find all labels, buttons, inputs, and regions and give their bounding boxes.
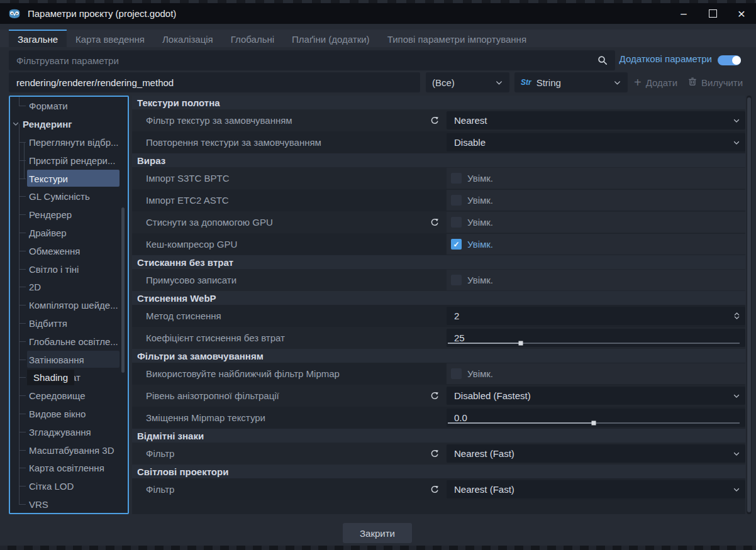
sidebar-item-1[interactable]: Рендеринг (10, 115, 128, 133)
tree-guide-dash (19, 196, 26, 197)
tab-label: Загальне (18, 34, 58, 45)
value-checkbox-cell[interactable]: Увімк. (447, 190, 745, 211)
section-header-5: Відмітні знаки (132, 429, 745, 443)
sidebar-item-12[interactable]: Відбиття (10, 314, 128, 333)
checkbox-label: Увімк. (467, 195, 493, 206)
scrollbar-thumb[interactable] (747, 97, 751, 512)
chevron-down-icon (733, 486, 740, 493)
value-slider[interactable]: 25 (447, 329, 745, 347)
tab-0[interactable]: Загальне (9, 30, 67, 47)
value-dropdown-text: Nearest (Fast) (454, 484, 514, 495)
setting-row: Стиснути за допомогою GPUУвімк. (132, 211, 745, 233)
section-header-0: Текстури полотна (132, 96, 745, 109)
tree-expand-chevron-icon[interactable] (12, 120, 19, 128)
tree-guide-dash (19, 160, 26, 161)
revert-to-default-icon[interactable] (430, 218, 439, 227)
maximize-button[interactable] (698, 3, 727, 24)
settings-scrollbar[interactable] (747, 96, 752, 514)
value-dropdown[interactable]: Disabled (Fastest) (447, 387, 745, 405)
checkbox-unchecked-icon[interactable] (451, 368, 462, 379)
delete-property-button[interactable]: Вилучити (688, 72, 748, 92)
toggle-knob (732, 56, 741, 65)
plus-icon: + (634, 76, 642, 89)
sidebar-item-14[interactable]: Затінювання (10, 350, 128, 368)
spin-updown-icon[interactable] (733, 311, 740, 321)
value-checkbox-cell[interactable]: Увімк. (447, 363, 745, 384)
sidebar-item-21[interactable]: Сітка LOD (10, 477, 128, 495)
revert-to-default-icon[interactable] (430, 485, 439, 494)
value-checkbox-cell[interactable]: Увімк. (447, 270, 745, 290)
filter-placeholder: Фільтрувати параметри (16, 55, 119, 66)
setting-label: Використовуйте найближчий фільтр Mipmap (132, 363, 447, 385)
setting-row: Імпорт S3TC BPTCУвімк. (132, 167, 745, 189)
window-title: Параметри проєкту (project.godot) (28, 8, 176, 19)
setting-row: Рівень анізотропної фільтраціїDisabled (… (132, 385, 745, 407)
sidebar-item-label: Відбиття (29, 317, 67, 328)
tab-2[interactable]: Локалізація (153, 30, 222, 47)
slider-grabber[interactable] (592, 421, 596, 426)
revert-to-default-icon[interactable] (430, 392, 439, 400)
sidebar-item-17[interactable]: Видове вікно (10, 405, 128, 423)
value-dropdown[interactable]: Nearest (447, 111, 745, 129)
checkbox-checked-icon[interactable]: ✓ (451, 239, 462, 250)
sidebar-item-19[interactable]: Масштабування 3D (10, 441, 128, 459)
slider-grabber[interactable] (519, 341, 523, 346)
checkbox-label: Увімк. (467, 239, 493, 250)
sidebar-item-11[interactable]: Компілятор шейде... (10, 296, 128, 314)
sidebar-item-2[interactable]: Переглянути відбр... (10, 133, 128, 151)
minimize-button[interactable]: – (669, 3, 698, 24)
sidebar-item-3[interactable]: Пристрій рендери... (10, 151, 128, 169)
sidebar-item-8[interactable]: Обмеження (10, 241, 128, 260)
sidebar-item-0[interactable]: Формати (10, 97, 128, 115)
value-dropdown[interactable]: Nearest (Fast) (447, 480, 745, 498)
sidebar-scrollbar-thumb[interactable] (121, 207, 125, 373)
slider-track[interactable] (448, 422, 740, 424)
close-dialog-button[interactable]: Закрити (343, 523, 412, 543)
sidebar-item-22[interactable]: VRS (10, 495, 128, 514)
revert-to-default-icon[interactable] (430, 116, 439, 125)
add-property-button[interactable]: + Додати (634, 72, 684, 92)
checkbox-label: Увімк. (467, 173, 493, 184)
value-spinbox[interactable]: 2 (447, 307, 745, 325)
checkbox-unchecked-icon[interactable] (451, 195, 462, 206)
checkbox-unchecked-icon[interactable] (451, 173, 462, 184)
sidebar-item-9[interactable]: Світло і тіні (10, 260, 128, 278)
value-slider[interactable]: 0.0 (447, 409, 745, 427)
value-checkbox-cell[interactable]: ✓Увімк. (447, 234, 745, 255)
sidebar-item-20[interactable]: Карта освітлення (10, 459, 128, 477)
sidebar-item-6[interactable]: Рендерер (10, 206, 128, 224)
filter-settings-input[interactable]: Фільтрувати параметри (9, 50, 615, 70)
sidebar-item-13[interactable]: Глобальне освітле... (10, 332, 128, 350)
slider-track[interactable] (448, 343, 740, 344)
tree-guide-dash (19, 360, 26, 360)
tab-4[interactable]: Плаґіни (додатки) (283, 30, 379, 47)
tab-1[interactable]: Карта введення (67, 30, 153, 47)
sidebar-item-label: Драйвер (29, 227, 67, 238)
sidebar-item-16[interactable]: Середовище (10, 387, 128, 405)
setting-value: Nearest (Fast) (447, 478, 745, 500)
tree-guide-dash (19, 233, 26, 233)
sidebar-item-10[interactable]: 2D (10, 278, 128, 296)
sidebar-item-18[interactable]: Згладжування (10, 422, 128, 441)
setting-row: Зміщення Mipmap текстури0.0 (132, 407, 745, 429)
type-dropdown[interactable]: Str String (514, 72, 628, 92)
checkbox-unchecked-icon[interactable] (451, 275, 462, 285)
value-checkbox-cell[interactable]: Увімк. (447, 168, 745, 189)
close-window-button[interactable]: × (727, 3, 756, 24)
value-checkbox-cell[interactable]: Увімк. (447, 212, 745, 233)
tab-5[interactable]: Типові параметри імпортування (379, 30, 535, 47)
checkbox-unchecked-icon[interactable] (451, 217, 462, 228)
sidebar-item-4[interactable]: Текстури (10, 169, 128, 187)
value-dropdown[interactable]: Nearest (Fast) (447, 444, 745, 463)
feature-filter-dropdown[interactable]: (Все) (426, 72, 509, 92)
value-dropdown-text: Disable (454, 137, 486, 148)
property-path-input[interactable]: rendering/renderer/rendering_method (9, 72, 420, 92)
section-header-6: Світлові проектори (132, 465, 745, 478)
revert-to-default-icon[interactable] (430, 449, 439, 458)
setting-label-text: Фільтр (146, 484, 174, 495)
sidebar-item-5[interactable]: GL Сумісність (10, 187, 128, 206)
tab-3[interactable]: Глобальні (222, 30, 283, 47)
advanced-settings-toggle[interactable] (718, 55, 741, 65)
sidebar-item-7[interactable]: Драйвер (10, 224, 128, 242)
value-dropdown[interactable]: Disable (447, 133, 745, 151)
